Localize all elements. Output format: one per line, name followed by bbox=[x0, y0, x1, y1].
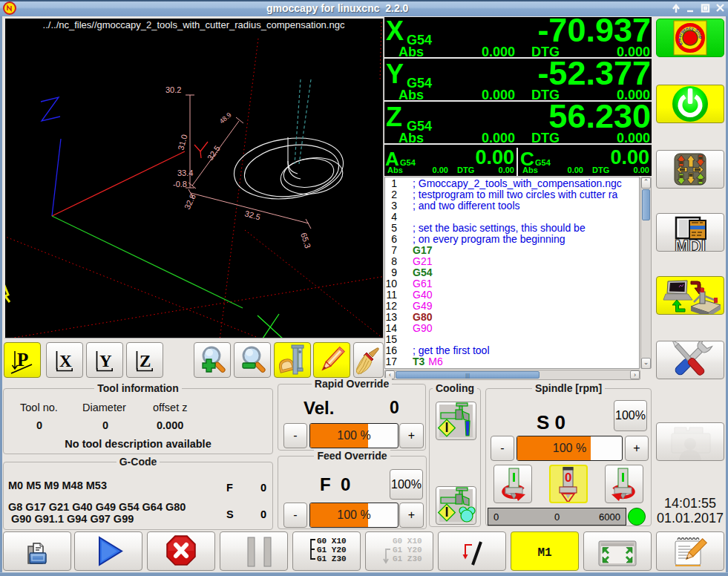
svg-text:G1 Y20: G1 Y20 bbox=[317, 546, 347, 554]
svg-text:Y: Y bbox=[99, 352, 112, 370]
svg-text:G1 Z30: G1 Z30 bbox=[317, 554, 347, 563]
svg-text:-0.8: -0.8 bbox=[173, 180, 187, 189]
svg-text:G0 X10: G0 X10 bbox=[317, 537, 347, 546]
svg-text:31.0: 31.0 bbox=[176, 134, 188, 151]
svg-text:MDI: MDI bbox=[675, 237, 706, 251]
svg-text:0: 0 bbox=[565, 471, 571, 485]
svg-text:G0 X10: G0 X10 bbox=[393, 537, 422, 546]
svg-text:G1 Z30: G1 Z30 bbox=[393, 554, 422, 563]
svg-text:65.3: 65.3 bbox=[299, 232, 312, 249]
svg-text:33.4: 33.4 bbox=[177, 168, 193, 177]
svg-text:../../nc_files//gmoccapy_2_too: ../../nc_files//gmoccapy_2_tools_with_cu… bbox=[43, 19, 345, 30]
svg-text:G1 Y20: G1 Y20 bbox=[393, 546, 422, 554]
svg-text:32.8: 32.8 bbox=[183, 192, 197, 210]
svg-text:Z: Z bbox=[140, 352, 151, 370]
svg-text:X: X bbox=[59, 352, 72, 370]
svg-text:32.5: 32.5 bbox=[206, 144, 222, 162]
svg-text:30.2: 30.2 bbox=[165, 85, 181, 94]
svg-text:48.9: 48.9 bbox=[218, 111, 233, 125]
